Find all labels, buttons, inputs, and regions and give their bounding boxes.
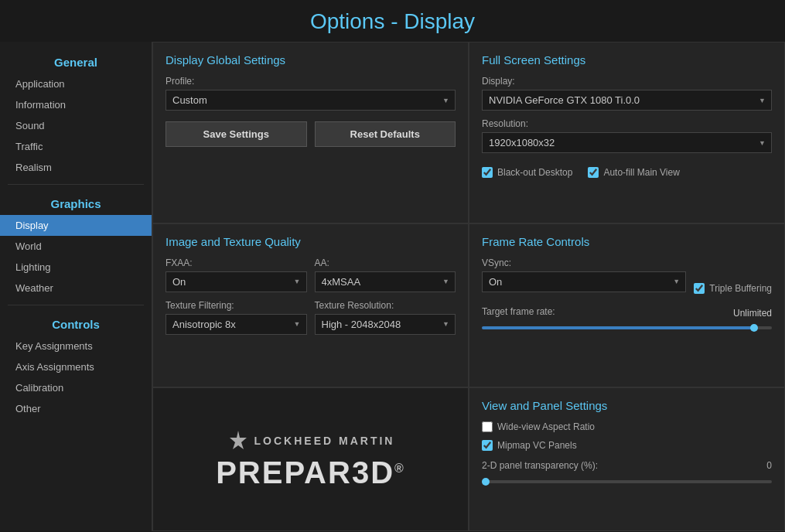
resolution-label: Resolution: xyxy=(482,118,772,129)
vsync-select-wrapper[interactable]: On xyxy=(482,271,686,292)
transparency-value: 0 xyxy=(766,460,772,471)
profile-select-wrapper[interactable]: Custom xyxy=(166,90,456,111)
resolution-select[interactable]: 1920x1080x32 xyxy=(482,132,772,153)
frame-rate-slider[interactable] xyxy=(482,326,772,329)
sidebar-item-display[interactable]: Display xyxy=(0,215,152,236)
triple-buffering-row[interactable]: Triple Buffering xyxy=(694,283,772,294)
target-frame-rate-label: Target frame rate: xyxy=(482,306,555,317)
display-global-panel: Display Global Settings Profile: Custom … xyxy=(152,42,469,223)
texture-filtering-select[interactable]: Anisotropic 8x xyxy=(166,314,307,335)
sidebar-item-traffic[interactable]: Traffic xyxy=(0,136,152,157)
triple-buffering-label: Triple Buffering xyxy=(709,283,772,294)
sidebar-item-calibration[interactable]: Calibration xyxy=(0,377,152,398)
image-texture-title: Image and Texture Quality xyxy=(166,235,456,248)
autofill-checkbox-row[interactable]: Auto-fill Main View xyxy=(588,167,679,178)
sidebar-item-information[interactable]: Information xyxy=(0,94,152,115)
save-settings-button[interactable]: Save Settings xyxy=(166,121,307,147)
sidebar-controls-title: Controls xyxy=(0,312,152,336)
transparency-slider[interactable] xyxy=(482,480,772,483)
sidebar-item-lighting[interactable]: Lighting xyxy=(0,257,152,278)
transparency-group: 2-D panel transparency (%): 0 xyxy=(482,460,772,486)
sidebar-item-other[interactable]: Other xyxy=(0,398,152,419)
blackout-checkbox[interactable] xyxy=(482,167,493,178)
display-select[interactable]: NVIDIA GeForce GTX 1080 Ti.0.0 xyxy=(482,90,772,111)
sidebar-item-key-assignments[interactable]: Key Assignments xyxy=(0,336,152,356)
sidebar-item-axis-assignments[interactable]: Axis Assignments xyxy=(0,356,152,377)
content-area: Display Global Settings Profile: Custom … xyxy=(152,42,785,531)
wide-view-checkbox[interactable] xyxy=(482,421,493,432)
transparency-label: 2-D panel transparency (%): xyxy=(482,460,598,471)
transparency-row: 2-D panel transparency (%): 0 xyxy=(482,460,772,471)
view-panel: View and Panel Settings Wide-view Aspect… xyxy=(469,387,785,531)
profile-select[interactable]: Custom xyxy=(166,90,456,111)
fullscreen-title: Full Screen Settings xyxy=(482,53,772,66)
blackout-checkbox-row[interactable]: Black-out Desktop xyxy=(482,167,572,178)
aa-label: AA: xyxy=(315,257,456,268)
triple-buffering-checkbox[interactable] xyxy=(694,283,705,294)
frame-rate-title: Frame Rate Controls xyxy=(482,235,772,248)
fxaa-group: FXAA: On xyxy=(166,257,307,300)
sidebar-item-world[interactable]: World xyxy=(0,236,152,257)
fxaa-aa-row: FXAA: On AA: 4xMSAA xyxy=(166,257,456,300)
fullscreen-panel: Full Screen Settings Display: NVIDIA GeF… xyxy=(469,42,785,223)
aa-select[interactable]: 4xMSAA xyxy=(315,271,456,292)
texture-filtering-select-wrapper[interactable]: Anisotropic 8x xyxy=(166,314,307,335)
button-row: Save Settings Reset Defaults xyxy=(166,121,456,147)
logo-panel: LOCKHEED MARTIN PREPAR3D® xyxy=(152,387,469,531)
display-global-title: Display Global Settings xyxy=(166,53,456,66)
mipmap-row[interactable]: Mipmap VC Panels xyxy=(482,440,772,451)
wide-view-row[interactable]: Wide-view Aspect Ratio xyxy=(482,421,772,432)
fxaa-label: FXAA: xyxy=(166,257,307,268)
vsync-select[interactable]: On xyxy=(482,271,686,292)
autofill-checkbox[interactable] xyxy=(588,167,599,178)
display-select-wrapper[interactable]: NVIDIA GeForce GTX 1080 Ti.0.0 xyxy=(482,90,772,111)
vsync-label: VSync: xyxy=(482,257,772,268)
texture-resolution-select[interactable]: High - 2048x2048 xyxy=(315,314,456,335)
reset-defaults-button[interactable]: Reset Defaults xyxy=(315,121,456,147)
texture-row: Texture Filtering: Anisotropic 8x Textur… xyxy=(166,300,456,343)
display-label: Display: xyxy=(482,76,772,87)
texture-filtering-group: Texture Filtering: Anisotropic 8x xyxy=(166,300,307,343)
mipmap-checkbox[interactable] xyxy=(482,440,493,451)
texture-resolution-select-wrapper[interactable]: High - 2048x2048 xyxy=(315,314,456,335)
aa-select-wrapper[interactable]: 4xMSAA xyxy=(315,271,456,292)
blackout-label: Black-out Desktop xyxy=(497,167,572,178)
sidebar-graphics-title: Graphics xyxy=(0,191,152,215)
svg-marker-0 xyxy=(230,431,247,449)
sidebar-item-application[interactable]: Application xyxy=(0,73,152,94)
texture-filtering-label: Texture Filtering: xyxy=(166,300,307,311)
resolution-select-wrapper[interactable]: 1920x1080x32 xyxy=(482,132,772,153)
frame-rate-panel: Frame Rate Controls VSync: On Triple Buf… xyxy=(469,223,785,388)
sidebar-divider-2 xyxy=(8,305,144,305)
sidebar-item-sound[interactable]: Sound xyxy=(0,115,152,136)
sidebar: General Application Information Sound Tr… xyxy=(0,42,152,531)
sidebar-item-weather[interactable]: Weather xyxy=(0,278,152,298)
image-texture-panel: Image and Texture Quality FXAA: On AA: 4… xyxy=(152,223,469,388)
page-title: Options - Display xyxy=(0,0,785,42)
wide-view-label: Wide-view Aspect Ratio xyxy=(497,421,595,432)
texture-resolution-label: Texture Resolution: xyxy=(315,300,456,311)
fxaa-select-wrapper[interactable]: On xyxy=(166,271,307,292)
logo-container: LOCKHEED MARTIN PREPAR3D® xyxy=(216,429,405,490)
sidebar-divider-1 xyxy=(8,184,144,185)
sidebar-item-realism[interactable]: Realism xyxy=(0,157,152,178)
profile-label: Profile: xyxy=(166,76,456,87)
fullscreen-checkboxes: Black-out Desktop Auto-fill Main View xyxy=(482,161,772,178)
autofill-label: Auto-fill Main View xyxy=(603,167,679,178)
texture-resolution-group: Texture Resolution: High - 2048x2048 xyxy=(315,300,456,343)
view-panel-title: View and Panel Settings xyxy=(482,399,772,412)
company-name: LOCKHEED MARTIN xyxy=(254,435,395,447)
target-frame-rate-value: Unlimited xyxy=(733,308,772,319)
fxaa-select[interactable]: On xyxy=(166,271,307,292)
sidebar-general-title: General xyxy=(0,49,152,73)
aa-group: AA: 4xMSAA xyxy=(315,257,456,300)
mipmap-label: Mipmap VC Panels xyxy=(497,440,577,451)
product-name: PREPAR3D® xyxy=(216,455,405,490)
lockheed-star-icon xyxy=(227,429,250,452)
